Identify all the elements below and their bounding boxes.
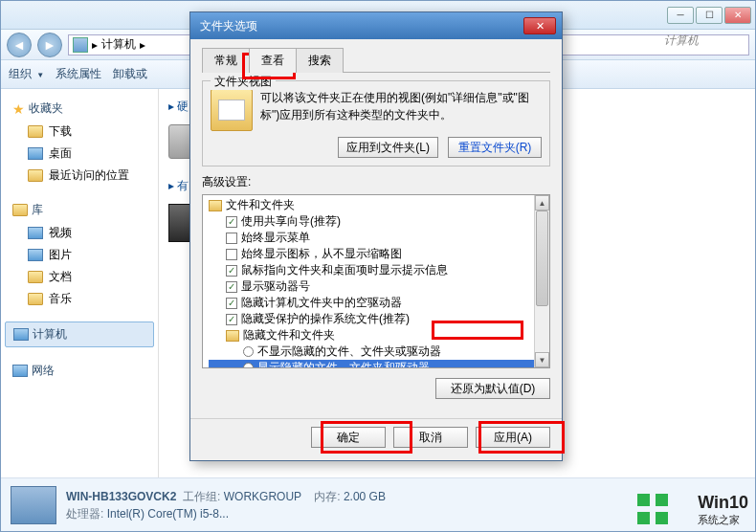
computer-large-icon bbox=[11, 486, 56, 524]
checkbox-icon[interactable] bbox=[226, 314, 237, 325]
cancel-button[interactable]: 取消 bbox=[393, 427, 468, 448]
folder-icon bbox=[209, 200, 222, 211]
sidebar-favorites[interactable]: ★收藏夹 bbox=[5, 97, 154, 121]
search-hint: 计算机 bbox=[664, 33, 699, 49]
forward-button[interactable]: ► bbox=[37, 33, 62, 57]
organize-menu[interactable]: 组织 ▼ bbox=[9, 66, 44, 82]
computer-icon bbox=[73, 37, 88, 53]
sidebar-libraries[interactable]: 库 bbox=[5, 198, 154, 222]
checkbox-icon[interactable] bbox=[226, 265, 237, 277]
system-properties-button[interactable]: 系统属性 bbox=[56, 66, 101, 82]
sidebar-computer[interactable]: 计算机 bbox=[5, 321, 154, 347]
folder-view-title: 文件夹视图 bbox=[211, 74, 276, 90]
sidebar-item-pictures[interactable]: 图片 bbox=[5, 244, 154, 266]
tree-radio-item[interactable]: 不显示隐藏的文件、文件夹或驱动器 bbox=[209, 344, 547, 360]
watermark-logo bbox=[637, 494, 668, 524]
dialog-close-button[interactable]: ✕ bbox=[523, 17, 556, 34]
restore-defaults-button[interactable]: 还原为默认值(D) bbox=[435, 378, 550, 399]
network-icon bbox=[12, 365, 28, 377]
tree-checkbox-item[interactable]: 始终显示菜单 bbox=[209, 230, 547, 246]
checkbox-icon[interactable] bbox=[226, 249, 237, 260]
tree-item-label: 隐藏计算机文件夹中的空驱动器 bbox=[241, 295, 402, 311]
dialog-title-bar[interactable]: 文件夹选项 ✕ bbox=[190, 12, 562, 39]
tree-radio-item[interactable]: 显示隐藏的文件、文件夹和驱动器 bbox=[209, 360, 547, 368]
music-icon bbox=[28, 293, 43, 305]
dialog-title: 文件夹选项 bbox=[200, 18, 257, 34]
tree-item-label: 鼠标指向文件夹和桌面项时显示提示信息 bbox=[241, 262, 448, 278]
picture-icon bbox=[28, 249, 43, 261]
tree-item-label: 始终显示菜单 bbox=[241, 230, 310, 246]
scroll-down-button[interactable]: ▼ bbox=[535, 352, 549, 367]
folder-view-group: 文件夹视图 可以将该文件夹正在使用的视图(例如"详细信息"或"图标")应用到所有… bbox=[202, 80, 550, 166]
reset-folders-button[interactable]: 重置文件夹(R) bbox=[448, 137, 542, 158]
sidebar-network[interactable]: 网络 bbox=[5, 359, 154, 383]
close-button[interactable]: ✕ bbox=[724, 7, 751, 24]
checkbox-icon[interactable] bbox=[226, 233, 237, 244]
scroll-thumb[interactable] bbox=[536, 211, 548, 306]
maximize-button[interactable]: ☐ bbox=[696, 7, 723, 24]
folder-view-icon bbox=[211, 89, 253, 131]
tree-checkbox-item[interactable]: 使用共享向导(推荐) bbox=[209, 213, 547, 230]
tree-item-label: 使用共享向导(推荐) bbox=[241, 213, 341, 230]
folder-icon bbox=[226, 330, 239, 342]
breadcrumb-sep: ▸ bbox=[140, 38, 145, 52]
checkbox-icon[interactable] bbox=[226, 281, 237, 293]
sidebar-item-recent[interactable]: 最近访问的位置 bbox=[5, 165, 154, 187]
sidebar: ★收藏夹 下载 桌面 最近访问的位置 库 视频 图片 文档 音乐 计算机 网络 bbox=[1, 89, 159, 477]
apply-to-folders-button[interactable]: 应用到文件夹(L) bbox=[338, 137, 438, 158]
tree-item-label: 显示隐藏的文件、文件夹和驱动器 bbox=[257, 360, 430, 368]
ok-button[interactable]: 确定 bbox=[311, 427, 386, 448]
tree-folder: 隐藏文件和文件夹 bbox=[209, 327, 547, 344]
minimize-button[interactable]: ─ bbox=[667, 7, 694, 24]
folder-options-dialog: 文件夹选项 ✕ 常规 查看 搜索 文件夹视图 可以将该文件夹正在使用的视图(例如… bbox=[189, 11, 563, 461]
uninstall-button[interactable]: 卸载或 bbox=[113, 66, 147, 82]
dialog-actions: 确定 取消 应用(A) bbox=[190, 418, 562, 455]
tabs: 常规 查看 搜索 bbox=[202, 47, 550, 73]
scroll-up-button[interactable]: ▲ bbox=[535, 195, 549, 211]
tree-item-label: 始终显示图标，从不显示缩略图 bbox=[241, 246, 402, 262]
folder-icon bbox=[28, 169, 43, 182]
checkbox-icon[interactable] bbox=[226, 216, 237, 228]
advanced-settings-tree[interactable]: 文件和文件夹使用共享向导(推荐)始终显示菜单始终显示图标，从不显示缩略图鼠标指向… bbox=[202, 194, 550, 368]
sidebar-item-music[interactable]: 音乐 bbox=[5, 288, 154, 310]
apply-button[interactable]: 应用(A) bbox=[476, 427, 550, 448]
watermark-text: Win10 系统之家 bbox=[698, 493, 748, 526]
desktop-icon bbox=[28, 147, 43, 160]
tree-item-label: 显示驱动器号 bbox=[241, 278, 310, 295]
sidebar-item-desktop[interactable]: 桌面 bbox=[5, 143, 154, 165]
tree-folder: 文件和文件夹 bbox=[209, 197, 547, 213]
tab-search[interactable]: 搜索 bbox=[296, 48, 344, 73]
sidebar-item-downloads[interactable]: 下载 bbox=[5, 121, 154, 143]
radio-icon[interactable] bbox=[243, 346, 254, 357]
document-icon bbox=[28, 271, 43, 283]
tree-item-label: 不显示隐藏的文件、文件夹或驱动器 bbox=[257, 344, 441, 360]
folder-icon bbox=[28, 125, 43, 138]
tree-checkbox-item[interactable]: 鼠标指向文件夹和桌面项时显示提示信息 bbox=[209, 262, 547, 278]
tree-item-label: 隐藏受保护的操作系统文件(推荐) bbox=[241, 311, 410, 327]
sidebar-item-videos[interactable]: 视频 bbox=[5, 222, 154, 244]
folder-view-desc: 可以将该文件夹正在使用的视图(例如"详细信息"或"图标")应用到所有这种类型的文… bbox=[260, 89, 542, 131]
radio-icon[interactable] bbox=[243, 363, 254, 368]
library-icon bbox=[12, 204, 28, 216]
tab-view[interactable]: 查看 bbox=[249, 48, 297, 73]
tab-general[interactable]: 常规 bbox=[202, 48, 250, 73]
tree-checkbox-item[interactable]: 始终显示图标，从不显示缩略图 bbox=[209, 246, 547, 262]
tree-checkbox-item[interactable]: 隐藏计算机文件夹中的空驱动器 bbox=[209, 295, 547, 311]
checkbox-icon[interactable] bbox=[226, 298, 237, 309]
status-name: WIN-HB133GOVCK2 bbox=[66, 490, 176, 503]
tree-item-label: 隐藏文件和文件夹 bbox=[243, 327, 335, 344]
scrollbar[interactable]: ▲ ▼ bbox=[534, 195, 549, 367]
computer-icon bbox=[13, 328, 29, 341]
advanced-label: 高级设置: bbox=[202, 174, 550, 190]
video-icon bbox=[28, 227, 43, 239]
breadcrumb-sep: ▸ bbox=[92, 38, 98, 52]
back-button[interactable]: ◄ bbox=[7, 33, 32, 57]
breadcrumb-item[interactable]: 计算机 bbox=[101, 36, 136, 53]
sidebar-item-documents[interactable]: 文档 bbox=[5, 266, 154, 288]
star-icon: ★ bbox=[12, 101, 25, 117]
tree-checkbox-item[interactable]: 显示驱动器号 bbox=[209, 278, 547, 295]
tree-checkbox-item[interactable]: 隐藏受保护的操作系统文件(推荐) bbox=[209, 311, 547, 327]
tree-item-label: 文件和文件夹 bbox=[226, 197, 295, 213]
